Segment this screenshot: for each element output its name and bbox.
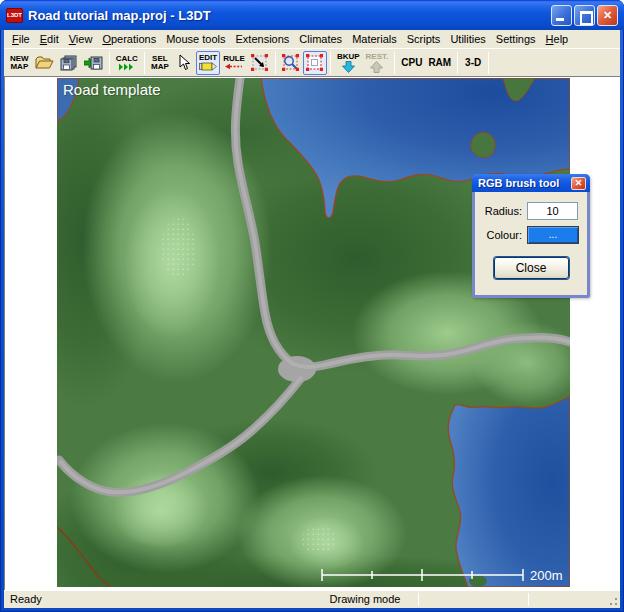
calc-play-arrows-icon: [118, 63, 135, 71]
toolbar-separator: [109, 52, 110, 74]
restore-up-arrow-icon: [370, 61, 383, 73]
dialog-close-action-button[interactable]: Close: [494, 257, 569, 279]
sel-map-button[interactable]: SEL MAP: [148, 51, 172, 75]
restore-button[interactable]: REST.: [363, 51, 392, 75]
scale-label: 200m: [530, 568, 563, 583]
dialog-body: Radius: Colour: ... Close: [475, 192, 587, 279]
ruler-tool-button[interactable]: RULE: [220, 51, 248, 75]
client-area: File Edit View Operations Mouse tools Ex…: [4, 30, 620, 608]
menu-scripts[interactable]: Scripts: [402, 31, 446, 47]
dialog-close-icon: ✕: [575, 179, 583, 188]
pointer-tool-button[interactable]: [172, 51, 196, 75]
menu-file[interactable]: File: [7, 31, 35, 47]
backup-down-arrow-icon: [342, 61, 355, 73]
menu-climates[interactable]: Climates: [294, 31, 347, 47]
map-viewport[interactable]: 200m Road template: [4, 76, 620, 590]
toolbar-separator: [488, 52, 489, 74]
status-divider: [418, 593, 419, 606]
maximize-button[interactable]: [574, 5, 595, 26]
status-mode: Drawing mode: [300, 593, 430, 605]
save-import-button[interactable]: [81, 51, 106, 75]
measure-arrow-icon: [225, 63, 243, 70]
radius-label: Radius:: [483, 205, 527, 217]
toolbar-separator: [144, 52, 145, 74]
region-select-icon: [306, 54, 323, 71]
resize-grip[interactable]: [606, 594, 618, 606]
status-bar: Ready Drawing mode: [4, 590, 620, 608]
radius-input[interactable]: [527, 202, 578, 220]
save-all-button[interactable]: [57, 51, 81, 75]
zoom-region-button[interactable]: [279, 51, 303, 75]
cpu-button[interactable]: CPU: [398, 51, 425, 75]
menu-utilities[interactable]: Utilities: [445, 31, 490, 47]
calc-button[interactable]: CALC: [113, 51, 141, 75]
title-bar[interactable]: L3DT Road tutorial map.proj - L3DT ✕: [0, 0, 624, 30]
menu-edit[interactable]: Edit: [35, 31, 64, 47]
terrain-map[interactable]: 200m Road template: [57, 78, 570, 587]
menu-materials[interactable]: Materials: [347, 31, 402, 47]
menu-extensions[interactable]: Extensions: [231, 31, 295, 47]
backup-button[interactable]: BKUP: [334, 51, 363, 75]
drag-select-icon: [251, 54, 268, 71]
app-icon: L3DT: [6, 8, 23, 23]
toolbar: NEW MAP CALC SEL MAP EDIT: [4, 48, 620, 76]
zoom-region-icon: [282, 54, 299, 71]
open-project-button[interactable]: [32, 51, 57, 75]
close-icon: ✕: [603, 10, 612, 21]
menu-settings[interactable]: Settings: [491, 31, 541, 47]
select-region-button[interactable]: [303, 51, 327, 75]
pencil-icon: [199, 62, 217, 71]
status-divider: [528, 593, 529, 606]
menu-help[interactable]: Help: [541, 31, 574, 47]
menu-operations[interactable]: Operations: [97, 31, 161, 47]
dialog-close-button[interactable]: ✕: [571, 177, 586, 190]
menu-mouse-tools[interactable]: Mouse tools: [161, 31, 230, 47]
terrain-image: 200m: [57, 78, 570, 587]
map-title-overlay: Road template: [63, 81, 161, 98]
toolbar-separator: [394, 52, 395, 74]
floppy-arrow-icon: [84, 55, 103, 71]
select-drag-tool-button[interactable]: [248, 51, 272, 75]
rgb-brush-tool-dialog: RGB brush tool ✕ Radius: Colour: ... Clo…: [472, 174, 590, 298]
new-map-button[interactable]: NEW MAP: [7, 51, 32, 75]
dialog-title: RGB brush tool: [478, 177, 559, 189]
edit-tool-button[interactable]: EDIT: [196, 51, 220, 75]
colour-picker-button[interactable]: ...: [527, 226, 579, 244]
view-3d-button[interactable]: 3-D: [461, 51, 485, 75]
l3dt-window: L3DT Road tutorial map.proj - L3DT ✕ Fil…: [0, 0, 624, 612]
menu-view[interactable]: View: [64, 31, 98, 47]
menu-bar: File Edit View Operations Mouse tools Ex…: [4, 30, 620, 48]
status-text: Ready: [10, 593, 42, 605]
close-button[interactable]: ✕: [597, 5, 618, 26]
colour-label: Colour:: [483, 229, 527, 241]
window-title: Road tutorial map.proj - L3DT: [28, 8, 551, 23]
floppy-stack-icon: [60, 55, 78, 71]
dialog-title-bar[interactable]: RGB brush tool ✕: [472, 174, 590, 192]
toolbar-separator: [330, 52, 331, 74]
cursor-icon: [177, 54, 191, 71]
open-folder-icon: [35, 55, 54, 71]
ram-button[interactable]: RAM: [425, 51, 454, 75]
minimize-button[interactable]: [551, 5, 572, 26]
toolbar-separator: [275, 52, 276, 74]
toolbar-separator: [457, 52, 458, 74]
